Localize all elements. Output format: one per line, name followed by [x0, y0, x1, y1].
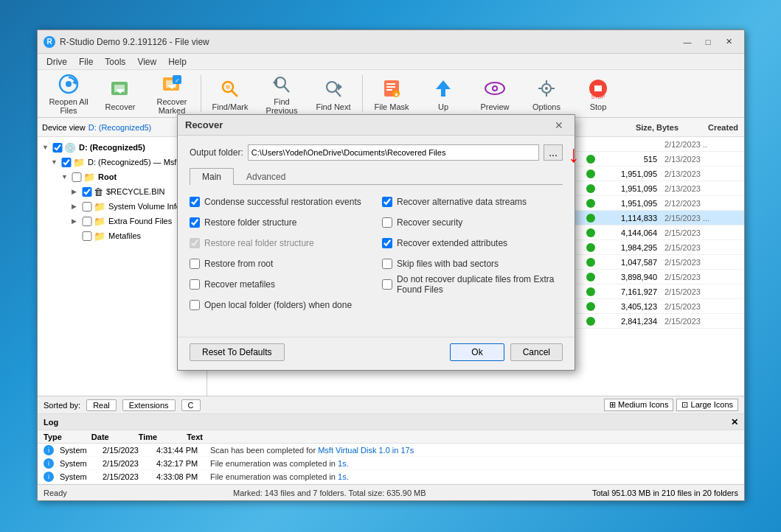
tree-arrow: ▶ — [72, 217, 82, 225]
cancel-button[interactable]: Cancel — [510, 343, 563, 361]
reopen-label: Reopen All Files — [44, 97, 93, 115]
find-next-button[interactable]: Find Next — [308, 74, 358, 114]
filesize: 1,951,095 — [598, 199, 657, 208]
reopen-all-files-button[interactable]: Reopen All Files — [44, 74, 94, 114]
tree-checkbox[interactable] — [72, 172, 82, 182]
option-skip-bad-sectors: Skip files with bad sectors — [382, 256, 563, 272]
tree-checkbox[interactable] — [82, 217, 92, 226]
large-icons-icon: ⊡ — [681, 400, 688, 409]
filedate: 2/15/2023 — [664, 258, 738, 267]
large-icons-label: Large Icons — [691, 400, 733, 409]
options-grid: Condense successful restoration events R… — [190, 194, 563, 313]
option-open-folder-label: Open local folder (folders) when done — [204, 300, 352, 310]
status-dot — [586, 258, 595, 267]
folder-icon: 📁 — [94, 201, 105, 212]
filedate: 2/12/2023 — [664, 199, 738, 208]
find-next-label: Find Next — [316, 102, 350, 111]
output-folder-input[interactable] — [248, 144, 539, 161]
svg-point-30 — [493, 87, 496, 90]
recover-button[interactable]: Recover — [95, 74, 145, 114]
ok-button[interactable]: Ok — [450, 343, 504, 361]
option-no-duplicate-checkbox[interactable] — [382, 279, 392, 290]
log-col-text: Text — [187, 433, 203, 441]
option-restore-folder-checkbox[interactable] — [190, 217, 200, 228]
up-icon — [430, 77, 457, 100]
minimize-button[interactable]: — — [678, 35, 697, 49]
up-button[interactable]: Up — [418, 74, 468, 114]
status-dot — [586, 287, 595, 296]
log-date: 2/15/2023 — [103, 472, 150, 481]
filesize: 7,161,927 — [598, 287, 657, 296]
find-mark-button[interactable]: Find/Mark — [205, 74, 255, 114]
recover-marked-icon: ✓ — [159, 73, 185, 95]
tree-checkbox[interactable] — [61, 158, 72, 167]
menu-help[interactable]: Help — [162, 55, 192, 69]
svg-point-13 — [226, 85, 230, 89]
folder-icon: 📁 — [83, 172, 95, 183]
medium-icons-button[interactable]: ⊞ Medium Icons — [604, 399, 674, 411]
tree-checkbox[interactable] — [52, 143, 63, 153]
menu-view[interactable]: View — [131, 55, 162, 69]
file-mask-button[interactable]: ★ File Mask — [367, 74, 417, 114]
menu-drive[interactable]: Drive — [41, 55, 73, 69]
tab-advanced[interactable]: Advanced — [234, 168, 298, 185]
filemask-icon: ★ — [378, 77, 405, 100]
status-dot — [586, 302, 595, 311]
option-recover-alt-streams: Recover alternative data streams — [382, 194, 563, 210]
option-condense-checkbox[interactable] — [190, 197, 200, 207]
options-button[interactable]: Options — [521, 74, 572, 114]
option-recover-security-checkbox[interactable] — [382, 217, 392, 228]
option-skip-bad-sectors-checkbox[interactable] — [382, 259, 392, 269]
browse-button[interactable]: ... — [544, 144, 563, 161]
log-close-icon[interactable]: ✕ — [731, 417, 738, 427]
app-icon: R — [44, 36, 55, 48]
tree-checkbox[interactable] — [82, 187, 92, 197]
log-time: 4:32:17 PM — [156, 459, 204, 468]
option-restore-from-root-label: Restore from root — [204, 259, 273, 269]
close-button[interactable]: ✕ — [719, 35, 738, 49]
filedate: 2/13/2023 — [664, 184, 738, 193]
log-text: Scan has been completed for Msft Virtual… — [210, 446, 738, 455]
dialog-close-button[interactable]: ✕ — [551, 118, 567, 133]
output-folder-label: Output folder: — [190, 147, 243, 158]
svg-rect-27 — [441, 89, 445, 97]
filedate: 2/15/2023 — [664, 228, 738, 237]
sort-c-button[interactable]: C — [181, 399, 201, 411]
option-open-folder-checkbox[interactable] — [190, 300, 200, 310]
title-bar-controls: — □ ✕ — [678, 35, 738, 49]
svg-text:✓: ✓ — [175, 77, 180, 84]
option-recover-extended-checkbox[interactable] — [382, 238, 392, 248]
reset-defaults-button[interactable]: Reset To Defaults — [190, 343, 285, 361]
recover-marked-button[interactable]: ✓ Recover Marked — [147, 74, 197, 114]
tree-checkbox[interactable] — [82, 202, 92, 211]
tab-main[interactable]: Main — [190, 168, 234, 185]
large-icons-button[interactable]: ⊡ Large Icons — [676, 399, 738, 411]
recover-dialog: Recover ✕ Output folder: ... Main Advanc… — [177, 114, 575, 371]
dialog-title: Recover — [185, 119, 551, 130]
recycle-icon: 🗑 — [94, 186, 103, 197]
log-row: i System 2/15/2023 4:33:08 PM File enume… — [38, 470, 744, 483]
option-restore-from-root-checkbox[interactable] — [190, 259, 200, 269]
find-previous-button[interactable]: Find Previous — [257, 74, 307, 114]
tree-checkbox[interactable] — [82, 231, 92, 241]
sort-extensions-button[interactable]: Extensions — [122, 399, 176, 411]
log-area: Log ✕ Type Date Time Text i System 2/15/… — [38, 414, 744, 484]
folder-icon: 📁 — [73, 157, 85, 168]
status-dot — [586, 243, 595, 252]
log-info-icon: i — [44, 472, 54, 482]
maximize-button[interactable]: □ — [698, 35, 718, 49]
status-bar: Ready Marked: 143 files and 7 folders. T… — [38, 484, 744, 500]
sort-real-button[interactable]: Real — [86, 399, 117, 411]
preview-button[interactable]: Preview — [470, 74, 520, 114]
menu-bar: Drive File Tools View Help — [38, 54, 744, 70]
menu-tools[interactable]: Tools — [99, 55, 131, 69]
filedate: 2/15/2023 — [664, 273, 738, 281]
option-recover-alt-streams-checkbox[interactable] — [382, 197, 392, 207]
col-size: Size, Bytes — [636, 123, 678, 132]
stop-button[interactable]: STOP Stop — [573, 74, 623, 114]
findnext-icon — [320, 77, 347, 100]
filesize: 4,144,064 — [598, 228, 657, 237]
menu-file[interactable]: File — [73, 55, 99, 69]
log-type: System — [60, 459, 97, 468]
option-recover-metafiles-checkbox[interactable] — [190, 279, 200, 290]
